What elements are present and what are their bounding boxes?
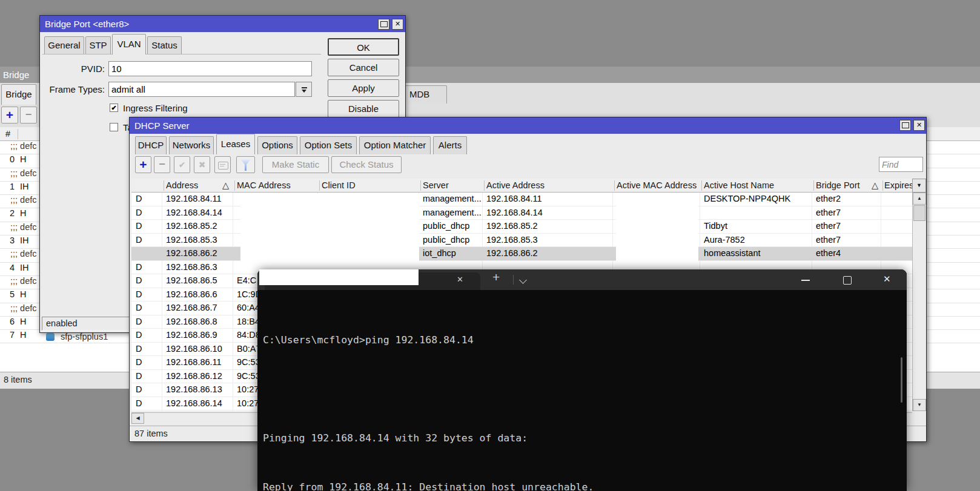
check-status-button[interactable]: Check Status <box>331 156 402 173</box>
column-header-server[interactable]: Server <box>423 180 449 190</box>
scrollbar-thumb[interactable] <box>913 205 925 221</box>
disable-button[interactable]: Disable <box>328 100 399 117</box>
tab-close-icon[interactable]: ✕ <box>457 275 463 284</box>
close-icon: ✕ <box>395 20 400 27</box>
interface-icon <box>46 333 55 341</box>
ok-button[interactable]: OK <box>328 38 399 56</box>
arrow-up-icon: ▲ <box>917 196 922 201</box>
bridge-port-titlebar[interactable]: Bridge Port <ether8> <box>40 16 405 32</box>
sort-asc-icon: △ <box>222 180 229 190</box>
funnel-icon <box>240 159 251 171</box>
plus-icon: + <box>6 108 13 122</box>
bridge-add-button[interactable]: + <box>1 107 18 124</box>
vertical-scrollbar[interactable]: ▲ ▼ <box>912 193 926 411</box>
bridge-port-title: Bridge Port <ether8> <box>45 19 129 29</box>
maximize-icon <box>902 122 909 128</box>
bridge-remove-button[interactable]: − <box>20 107 37 124</box>
tab-alerts[interactable]: Alerts <box>433 136 467 154</box>
tab-option-matcher[interactable]: Option Matcher <box>359 136 431 154</box>
column-chooser-button[interactable]: ▼ <box>912 179 926 193</box>
column-header-active-mac[interactable]: Active MAC Address <box>617 180 697 190</box>
bridge-interface-cell[interactable]: sfp-sfpplus1 <box>46 332 108 341</box>
scroll-down-button[interactable]: ▼ <box>913 399 926 411</box>
column-header-client-id[interactable]: Client ID <box>322 180 356 190</box>
tab-vlan[interactable]: VLAN <box>112 34 146 54</box>
column-header-bridge-port[interactable]: Bridge Port <box>816 180 860 190</box>
close-button[interactable]: ✕ <box>392 19 403 30</box>
scroll-left-button[interactable]: ◀ <box>131 413 144 424</box>
new-tab-button[interactable]: + <box>492 270 500 285</box>
close-button[interactable]: ✕ <box>883 274 891 285</box>
chevron-down-icon: ▼ <box>916 182 922 188</box>
minimize-button[interactable] <box>801 280 810 281</box>
minus-icon: − <box>25 108 32 120</box>
comment-button[interactable] <box>214 156 231 173</box>
maximize-button[interactable] <box>899 120 911 131</box>
interface-name: sfp-sfpplus1 <box>61 332 108 341</box>
ingress-filtering-checkbox[interactable]: ✔ <box>110 104 118 112</box>
terminal-window: Command Prompt ✕ + ✕ C:\Users\mcfloyd>pi… <box>257 269 907 491</box>
bridge-window-title: Bridge <box>3 70 29 80</box>
tab-mdb[interactable]: MDB <box>405 85 447 104</box>
dhcp-title: DHCP Server <box>134 120 190 131</box>
maximize-button[interactable] <box>843 276 852 285</box>
column-header-expires[interactable]: Expires <box>884 180 913 190</box>
dhcp-titlebar[interactable]: DHCP Server <box>130 117 926 134</box>
terminal-line: Pinging 192.168.84.14 with 32 bytes of d… <box>263 430 907 446</box>
sort-asc-icon: △ <box>872 180 878 190</box>
redaction-box <box>240 194 419 272</box>
minus-icon: − <box>159 158 165 170</box>
filter-button[interactable] <box>236 156 255 173</box>
check-icon: ✔ <box>179 160 186 170</box>
bridge-items-count: 8 items <box>4 375 32 384</box>
scroll-up-button[interactable]: ▲ <box>913 193 926 205</box>
tab-leases[interactable]: Leases <box>216 134 255 154</box>
redaction-overlay <box>259 269 419 285</box>
tab-bridge[interactable]: Bridge <box>1 84 36 105</box>
tab-status[interactable]: Status <box>147 36 182 54</box>
dropdown-arrow-icon <box>302 87 307 93</box>
frame-types-select[interactable]: admit all <box>108 82 295 97</box>
tab-options[interactable]: Options <box>257 136 297 154</box>
remove-lease-button[interactable]: − <box>154 156 170 173</box>
leases-table-header: Address △ MAC Address Client ID Server A… <box>131 179 912 193</box>
frame-types-label: Frame Types: <box>40 84 105 94</box>
maximize-icon <box>380 21 388 27</box>
find-input[interactable] <box>879 157 923 172</box>
cancel-button[interactable]: Cancel <box>328 59 399 76</box>
tab-general[interactable]: General <box>44 36 84 54</box>
terminal-line: Reply from 192.168.84.11: Destination ho… <box>263 479 907 491</box>
tab-networks[interactable]: Networks <box>169 136 214 154</box>
dhcp-items-count: 87 items <box>134 429 168 438</box>
hash-column-header[interactable]: # <box>5 129 10 139</box>
terminal-line: C:\Users\mcfloyd>ping 192.168.84.14 <box>263 332 907 348</box>
tab-dhcp[interactable]: DHCP <box>135 136 167 154</box>
terminal-line <box>263 381 907 397</box>
terminal-output[interactable]: C:\Users\mcfloyd>ping 192.168.84.14 Ping… <box>257 290 907 491</box>
close-button[interactable]: ✕ <box>913 120 925 131</box>
maximize-button[interactable] <box>378 19 389 30</box>
pvid-input[interactable] <box>108 61 312 76</box>
frame-types-dropdown-button[interactable] <box>296 82 312 97</box>
disable-button[interactable]: ✖ <box>194 156 210 173</box>
redaction-box <box>616 194 698 271</box>
tab-option-sets[interactable]: Option Sets <box>300 136 357 154</box>
ingress-filtering-label: Ingress Filtering <box>123 103 188 113</box>
column-header-active-host[interactable]: Active Host Name <box>704 180 774 190</box>
tab-stp[interactable]: STP <box>85 36 111 54</box>
tab-dropdown-chevron-icon[interactable] <box>519 276 527 284</box>
column-header-address[interactable]: Address <box>166 180 198 190</box>
apply-button[interactable]: Apply <box>328 79 399 97</box>
close-icon: ✕ <box>916 121 922 128</box>
enabled-status: enabled <box>46 318 78 328</box>
column-header-active-address[interactable]: Active Address <box>486 180 545 190</box>
arrow-down-icon: ▼ <box>917 402 922 407</box>
comment-icon <box>218 162 228 170</box>
enable-button[interactable]: ✔ <box>174 156 190 173</box>
make-static-button[interactable]: Make Static <box>262 156 329 173</box>
terminal-scrollbar[interactable] <box>901 357 902 403</box>
column-header-mac[interactable]: MAC Address <box>237 180 291 190</box>
add-lease-button[interactable]: + <box>135 156 151 173</box>
tag-stacking-checkbox[interactable] <box>110 123 118 131</box>
arrow-left-icon: ◀ <box>136 415 139 421</box>
